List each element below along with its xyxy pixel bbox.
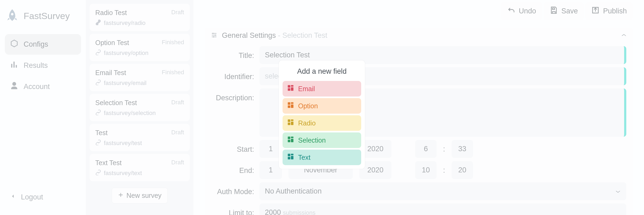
option-label: Radio <box>298 119 316 127</box>
dashboard-icon <box>287 101 294 110</box>
svg-rect-10 <box>291 122 293 125</box>
svg-rect-5 <box>291 102 293 104</box>
option-label: Text <box>298 154 310 161</box>
svg-rect-18 <box>291 156 293 160</box>
option-label: Email <box>298 85 315 93</box>
svg-rect-15 <box>288 140 290 142</box>
svg-rect-9 <box>291 120 293 121</box>
svg-rect-19 <box>288 157 290 159</box>
field-option-text[interactable]: Text <box>283 150 361 165</box>
svg-rect-2 <box>291 87 293 91</box>
dashboard-icon <box>287 153 294 162</box>
option-label: Selection <box>298 136 326 144</box>
svg-rect-3 <box>288 88 290 91</box>
svg-rect-7 <box>288 105 290 108</box>
svg-rect-4 <box>288 102 290 105</box>
svg-rect-1 <box>291 85 293 87</box>
add-field-modal: Add a new field Email Option Radio Selec… <box>279 60 365 169</box>
svg-rect-16 <box>288 154 290 156</box>
field-option-email[interactable]: Email <box>283 81 361 97</box>
svg-rect-17 <box>291 154 293 155</box>
option-label: Option <box>298 102 318 110</box>
svg-rect-12 <box>288 137 290 139</box>
field-option-radio[interactable]: Radio <box>283 115 361 131</box>
svg-rect-6 <box>291 105 293 108</box>
dashboard-icon <box>287 136 294 145</box>
modal-title: Add a new field <box>283 67 361 76</box>
svg-rect-14 <box>291 139 293 142</box>
svg-rect-8 <box>288 120 290 122</box>
svg-rect-0 <box>288 85 290 88</box>
dashboard-icon <box>287 84 294 93</box>
field-option-option[interactable]: Option <box>283 98 361 114</box>
svg-rect-13 <box>291 137 293 138</box>
dashboard-icon <box>287 118 294 128</box>
svg-rect-11 <box>288 123 290 125</box>
field-option-selection[interactable]: Selection <box>283 132 361 148</box>
